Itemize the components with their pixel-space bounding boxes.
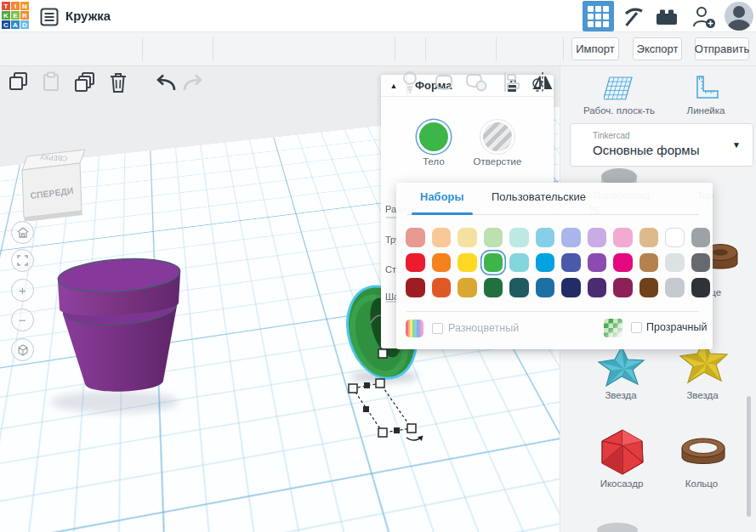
perspective-toggle-button[interactable] (11, 338, 34, 361)
avatar[interactable] (725, 2, 753, 31)
export-button[interactable]: Экспорт (633, 37, 682, 60)
workplane-tool[interactable]: Рабоч. плоск-ть (572, 75, 666, 116)
color-swatch[interactable] (613, 278, 633, 297)
color-swatch[interactable] (536, 253, 555, 273)
tab-custom[interactable]: Пользовательские (492, 190, 586, 203)
scale-handle[interactable] (376, 379, 384, 388)
swatch-row (406, 228, 710, 247)
color-swatch[interactable] (613, 228, 633, 247)
next-shape-thumb (596, 522, 639, 532)
color-swatch[interactable] (458, 278, 477, 297)
mug-shape[interactable] (51, 255, 204, 408)
duplicate-button[interactable] (73, 71, 95, 93)
mirror-button[interactable] (531, 71, 554, 93)
design-menu-button[interactable] (37, 6, 61, 28)
color-swatch[interactable] (406, 278, 425, 297)
color-swatch[interactable] (639, 228, 659, 247)
paraboloid-thumb[interactable] (600, 167, 639, 184)
color-swatch[interactable] (536, 278, 555, 297)
tab-presets[interactable]: Наборы (420, 190, 464, 203)
import-button[interactable]: Импорт (571, 37, 619, 60)
color-swatch[interactable] (484, 253, 503, 273)
fit-view-button[interactable] (11, 249, 34, 272)
color-swatch[interactable] (432, 228, 452, 247)
brick-export-button[interactable] (655, 6, 679, 28)
zoom-in-button[interactable]: + (11, 279, 34, 302)
color-swatch[interactable] (665, 228, 685, 247)
color-swatch[interactable] (484, 228, 503, 247)
color-swatch[interactable] (561, 253, 581, 273)
list-icon (40, 8, 59, 26)
solid-mode-label: Тело (400, 156, 468, 167)
undo-button[interactable] (153, 73, 177, 92)
fit-view-icon (17, 255, 28, 266)
transparent-checkbox[interactable] (631, 322, 642, 333)
color-swatch[interactable] (509, 228, 529, 247)
color-swatch[interactable] (691, 228, 711, 247)
color-swatch[interactable] (509, 278, 529, 297)
color-swatch[interactable] (561, 278, 581, 297)
copy-button[interactable] (9, 71, 29, 92)
redo-button[interactable] (182, 73, 206, 92)
light-bulb-button[interactable] (401, 71, 418, 93)
panel-scrollbar[interactable] (747, 396, 751, 517)
color-swatch[interactable] (458, 253, 477, 273)
scale-handle[interactable] (349, 384, 357, 393)
library-name: Основные формы (593, 143, 699, 157)
ruler-icon (691, 75, 720, 102)
color-swatch[interactable] (536, 228, 555, 247)
group-button[interactable] (433, 73, 455, 92)
dashboard-button[interactable] (583, 1, 614, 31)
solid-mode-button[interactable] (419, 122, 448, 151)
color-swatch[interactable] (432, 253, 452, 273)
shape-library-dropdown[interactable]: Tinkercad Основные формы ▼ (570, 123, 753, 167)
scale-handle[interactable] (378, 428, 387, 437)
tinkercad-logo[interactable]: TIN KER CAD (2, 2, 29, 29)
workplane-icon (604, 75, 634, 102)
ruler-tool[interactable]: Линейка (659, 75, 753, 116)
color-swatch[interactable] (588, 228, 607, 247)
multicolor-checkbox[interactable] (432, 323, 443, 334)
minecraft-export-button[interactable] (622, 6, 645, 28)
color-swatch[interactable] (509, 253, 529, 273)
align-button[interactable] (502, 71, 520, 93)
color-swatch[interactable] (639, 278, 659, 297)
star-blue-thumb[interactable] (596, 343, 647, 389)
color-swatch[interactable] (406, 228, 425, 247)
color-swatch[interactable] (561, 228, 581, 247)
ungroup-button[interactable] (464, 73, 488, 92)
workplane-tool-label: Рабоч. плоск-ть (572, 105, 666, 116)
color-swatch[interactable] (484, 278, 503, 297)
color-swatch[interactable] (588, 278, 607, 297)
transparent-label: Прозрачный (646, 321, 708, 333)
color-swatch[interactable] (406, 253, 425, 273)
shape-label-star-yellow: Звезда (651, 390, 753, 400)
zoom-out-button[interactable]: − (11, 308, 34, 331)
color-swatch[interactable] (665, 253, 685, 273)
icosahedron-thumb[interactable] (598, 428, 647, 476)
edge-handle[interactable] (364, 382, 370, 388)
send-button[interactable]: Отправить (695, 37, 749, 60)
pickaxe-icon (622, 6, 645, 28)
tinkercad-app: ч. плоск-ть (0, 0, 756, 532)
view-cube[interactable]: СПЕРЕДИ СВЕРХУ (9, 136, 90, 221)
color-swatch[interactable] (613, 253, 633, 273)
color-swatch[interactable] (432, 278, 452, 297)
paste-button[interactable] (41, 71, 61, 92)
edge-handle[interactable] (363, 406, 369, 412)
home-view-button[interactable] (11, 221, 34, 244)
color-swatch[interactable] (691, 278, 711, 297)
edge-handle[interactable] (394, 427, 400, 433)
color-swatch[interactable] (691, 253, 711, 273)
invite-button[interactable] (692, 6, 716, 28)
hole-mode-button[interactable] (483, 122, 512, 151)
blocks-grid-icon (588, 6, 609, 27)
delete-button[interactable] (108, 71, 128, 93)
scale-handle[interactable] (407, 424, 416, 433)
scale-handle-top[interactable] (378, 349, 387, 358)
color-swatch[interactable] (639, 253, 659, 273)
color-swatch[interactable] (588, 253, 607, 273)
color-swatch[interactable] (665, 278, 685, 297)
ring-thumb[interactable] (679, 433, 727, 473)
color-swatch[interactable] (458, 228, 477, 247)
